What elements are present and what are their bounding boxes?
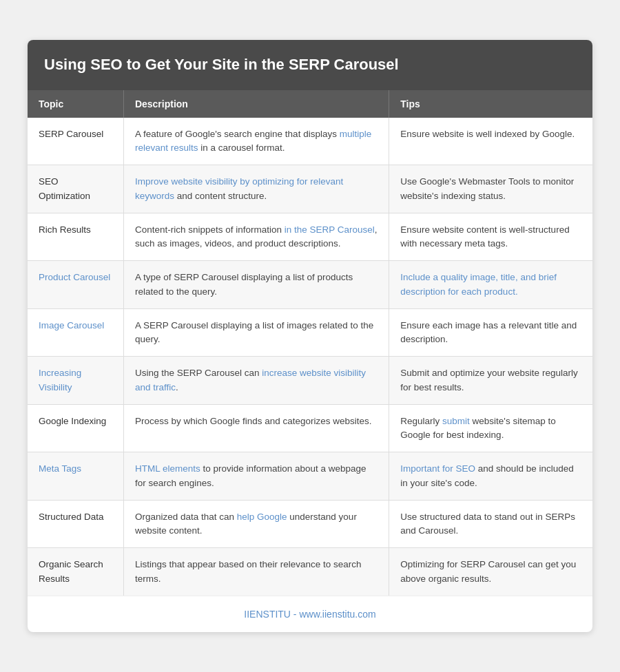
cell-tips: Use structured data to stand out in SERP… bbox=[389, 500, 592, 548]
cell-topic: SEO Optimization bbox=[28, 165, 123, 213]
table-row: SEO OptimizationImprove website visibili… bbox=[28, 165, 592, 213]
card-title: Using SEO to Get Your Site in the SERP C… bbox=[28, 40, 592, 90]
footer-text: IIENSTITU - www.iienstitu.com bbox=[28, 596, 592, 632]
cell-topic: Meta Tags bbox=[28, 452, 123, 501]
cell-topic: Structured Data bbox=[28, 500, 123, 548]
main-table: Topic Description Tips SERP CarouselA fe… bbox=[28, 90, 592, 596]
table-row: Structured DataOrganized data that can h… bbox=[28, 500, 592, 548]
table-row: SERP CarouselA feature of Google's searc… bbox=[28, 118, 592, 165]
cell-topic: Rich Results bbox=[28, 213, 123, 261]
cell-topic: Increasing Visibility bbox=[28, 357, 123, 405]
table-row: Increasing VisibilityUsing the SERP Caro… bbox=[28, 357, 592, 405]
cell-tips: Ensure website content is well-structure… bbox=[389, 213, 592, 261]
cell-description: Listings that appear based on their rele… bbox=[123, 548, 389, 596]
cell-topic: Organic Search Results bbox=[28, 548, 123, 596]
cell-tips: Important for SEO and should be included… bbox=[389, 452, 592, 501]
cell-tips: Submit and optimize your website regular… bbox=[389, 357, 592, 405]
table-row: Google IndexingProcess by which Google f… bbox=[28, 404, 592, 452]
cell-tips: Include a quality image, title, and brie… bbox=[389, 261, 592, 309]
cell-topic: Google Indexing bbox=[28, 404, 123, 452]
cell-tips: Ensure each image has a relevant title a… bbox=[389, 308, 592, 357]
cell-description: Content-rich snippets of information in … bbox=[123, 213, 389, 261]
cell-tips: Regularly submit website's sitemap to Go… bbox=[389, 404, 592, 452]
cell-topic: Image Carousel bbox=[28, 308, 123, 357]
table-row: Rich ResultsContent-rich snippets of inf… bbox=[28, 213, 592, 261]
header-topic: Topic bbox=[28, 90, 123, 118]
cell-description: Using the SERP Carousel can increase web… bbox=[123, 357, 389, 405]
header-tips: Tips bbox=[389, 90, 592, 118]
table-header-row: Topic Description Tips bbox=[28, 90, 592, 118]
cell-description: A feature of Google's search engine that… bbox=[123, 118, 389, 165]
cell-description: A SERP Carousel displaying a list of ima… bbox=[123, 308, 389, 357]
table-row: Organic Search ResultsListings that appe… bbox=[28, 548, 592, 596]
cell-description: HTML elements to provide information abo… bbox=[123, 452, 389, 501]
table-row: Product CarouselA type of SERP Carousel … bbox=[28, 261, 592, 309]
cell-topic: SERP Carousel bbox=[28, 118, 123, 165]
cell-description: A type of SERP Carousel displaying a lis… bbox=[123, 261, 389, 309]
cell-topic: Product Carousel bbox=[28, 261, 123, 309]
cell-tips: Optimizing for SERP Carousel can get you… bbox=[389, 548, 592, 596]
main-card: Using SEO to Get Your Site in the SERP C… bbox=[28, 40, 592, 632]
header-description: Description bbox=[123, 90, 389, 118]
cell-description: Improve website visibility by optimizing… bbox=[123, 165, 389, 213]
table-row: Image CarouselA SERP Carousel displaying… bbox=[28, 308, 592, 357]
table-row: Meta TagsHTML elements to provide inform… bbox=[28, 452, 592, 501]
cell-description: Organized data that can help Google unde… bbox=[123, 500, 389, 548]
cell-description: Process by which Google finds and catego… bbox=[123, 404, 389, 452]
cell-tips: Ensure website is well indexed by Google… bbox=[389, 118, 592, 165]
cell-tips: Use Google's Webmaster Tools to monitor … bbox=[389, 165, 592, 213]
